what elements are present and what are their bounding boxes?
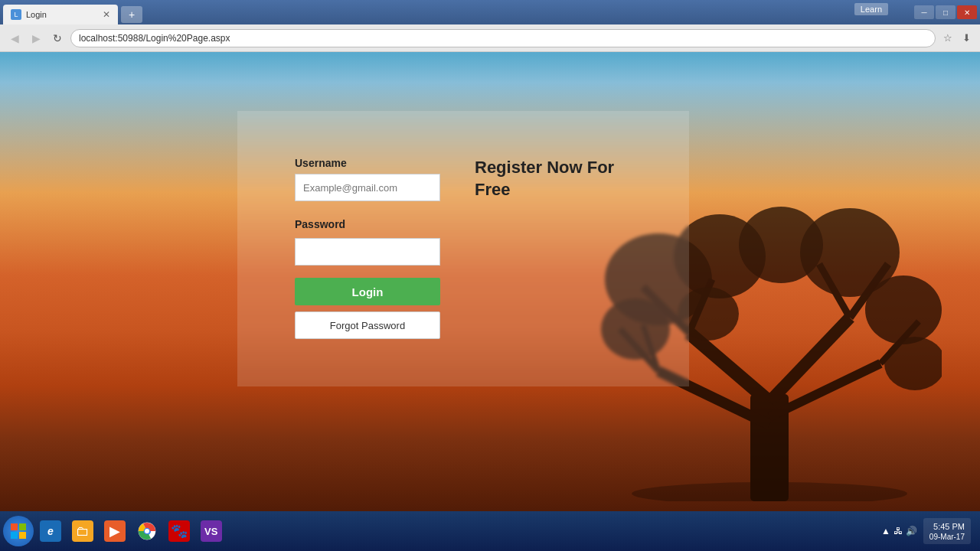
forward-button[interactable]: ▶ — [28, 30, 44, 47]
login-form: Username Password Login Forgot Password — [295, 157, 444, 339]
close-button[interactable]: ✕ — [957, 5, 977, 19]
windows-start-icon — [3, 516, 34, 546]
svg-point-16 — [739, 207, 823, 283]
svg-point-18 — [865, 276, 942, 344]
register-text: Register Now For Free — [475, 157, 614, 201]
svg-rect-24 — [19, 532, 26, 539]
username-label: Username — [295, 157, 444, 169]
reload-button[interactable]: ↻ — [49, 30, 66, 47]
password-label: Password — [295, 218, 444, 230]
taskbar-ie[interactable]: e — [35, 516, 66, 546]
clock-time: 5:45 PM — [933, 521, 965, 533]
login-button[interactable]: Login — [295, 278, 440, 305]
tray-arrow[interactable]: ▲ — [881, 526, 890, 536]
taskbar-right: ▲ 🖧 🔊 5:45 PM 09-Mar-17 — [881, 518, 977, 544]
system-tray: ▲ 🖧 🔊 — [881, 526, 917, 536]
register-line2: Free — [475, 179, 614, 201]
clock-area[interactable]: 5:45 PM 09-Mar-17 — [923, 518, 971, 544]
password-section: Password — [295, 218, 444, 266]
folder-icon: 🗀 — [72, 520, 93, 542]
forgot-password-button[interactable]: Forgot Password — [295, 311, 440, 339]
svg-rect-21 — [11, 523, 18, 530]
svg-text:VS: VS — [204, 526, 218, 537]
red-app-icon: 🐾 — [168, 520, 190, 542]
taskbar: e 🗀 ▶ 🐾 VS ▲ 🖧 🔊 — [0, 511, 980, 551]
url-input[interactable] — [70, 29, 936, 47]
minimize-button[interactable]: ─ — [914, 5, 934, 19]
address-bar: ◀ ▶ ↻ ☆ ⬇ — [0, 24, 980, 52]
media-icon: ▶ — [104, 520, 126, 542]
tab-title: Login — [26, 10, 47, 19]
chrome-icon — [138, 522, 156, 540]
taskbar-vs[interactable]: VS — [196, 516, 227, 546]
svg-point-19 — [884, 337, 942, 390]
login-panel: Register Now For Free Username Password … — [237, 111, 689, 386]
start-button[interactable] — [3, 516, 34, 546]
tab-area: L Login ✕ + — [0, 0, 142, 24]
learn-button[interactable]: Learn — [854, 3, 888, 15]
network-icon[interactable]: 🖧 — [893, 526, 903, 536]
password-input[interactable] — [295, 238, 440, 266]
back-button[interactable]: ◀ — [6, 30, 23, 47]
taskbar-chrome[interactable] — [132, 516, 162, 546]
register-line1: Register Now For — [475, 157, 614, 179]
visual-studio-icon: VS — [201, 520, 222, 542]
svg-rect-22 — [19, 523, 26, 530]
clock-date: 09-Mar-17 — [929, 533, 965, 541]
taskbar-media[interactable]: ▶ — [100, 516, 130, 546]
bookmark-icon[interactable]: ☆ — [940, 31, 956, 46]
taskbar-red-app[interactable]: 🐾 — [164, 516, 194, 546]
address-bar-right: ☆ ⬇ — [940, 31, 974, 46]
taskbar-folder[interactable]: 🗀 — [67, 516, 98, 546]
browser-tab[interactable]: L Login ✕ — [3, 5, 118, 24]
window-controls: ─ □ ✕ — [914, 5, 980, 19]
tab-favicon: L — [11, 9, 21, 20]
browser-chrome-bar: L Login ✕ + Learn ─ □ ✕ — [0, 0, 980, 24]
new-tab-button[interactable]: + — [121, 6, 142, 23]
ie-icon: e — [40, 520, 61, 542]
tab-close-button[interactable]: ✕ — [103, 9, 110, 20]
username-input[interactable] — [295, 174, 440, 201]
restore-button[interactable]: □ — [936, 5, 956, 19]
volume-icon[interactable]: 🔊 — [906, 526, 917, 536]
svg-point-28 — [145, 529, 149, 533]
svg-rect-23 — [11, 532, 18, 539]
extensions-icon[interactable]: ⬇ — [959, 31, 974, 46]
